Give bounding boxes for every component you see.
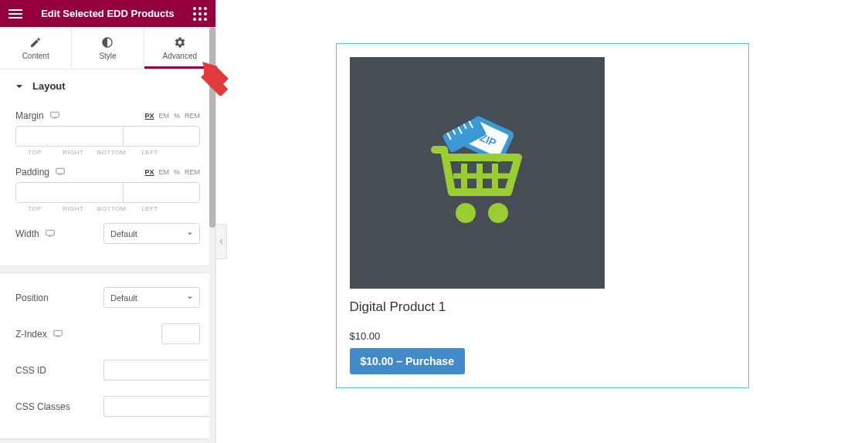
caret-down-icon — [187, 295, 193, 301]
svg-point-35 — [488, 203, 508, 223]
caret-down-icon — [187, 231, 193, 237]
cssid-input[interactable] — [103, 360, 215, 380]
unit-em[interactable]: EM — [158, 112, 169, 120]
gear-icon — [174, 36, 186, 49]
margin-inputs — [15, 126, 200, 147]
unit-px[interactable]: PX — [144, 112, 154, 120]
margin-label: Margin — [15, 110, 44, 121]
control-cssid: CSS ID — [15, 352, 200, 388]
desktop-icon[interactable] — [50, 110, 59, 121]
unit-em[interactable]: EM — [158, 168, 169, 176]
pencil-icon — [29, 36, 42, 49]
product-widget[interactable]: ZIP — [336, 43, 749, 388]
control-zindex: Z-Index — [15, 316, 200, 352]
margin-top-input[interactable] — [16, 127, 124, 146]
width-select[interactable]: Default — [103, 223, 200, 244]
scrollbar[interactable] — [209, 27, 215, 443]
svg-point-2 — [204, 7, 207, 10]
position-label: Position — [15, 293, 49, 303]
svg-point-34 — [456, 203, 476, 223]
caret-down-icon — [15, 83, 23, 90]
svg-rect-12 — [59, 174, 63, 175]
svg-point-4 — [198, 12, 202, 15]
control-margin: Margin PX EM % REM — [15, 103, 200, 159]
svg-point-6 — [193, 18, 196, 21]
apps-icon[interactable] — [191, 5, 209, 23]
padding-units: PX EM % REM — [144, 168, 200, 176]
menu-icon[interactable] — [6, 5, 25, 23]
padding-inputs — [15, 182, 200, 203]
svg-point-8 — [204, 18, 207, 21]
panel-body: Layout Margin PX EM % — [0, 69, 215, 443]
svg-rect-15 — [53, 330, 62, 336]
svg-rect-14 — [48, 235, 52, 236]
editor-sidebar: Edit Selected EDD Products Content Style… — [0, 0, 216, 443]
product-image: ZIP — [350, 57, 605, 289]
svg-point-7 — [198, 18, 202, 21]
contrast-icon — [101, 36, 114, 49]
svg-rect-16 — [56, 336, 59, 336]
panel-title: Edit Selected EDD Products — [25, 8, 191, 19]
tab-advanced[interactable]: Advanced — [144, 27, 215, 69]
section-layout: Layout Margin PX EM % — [0, 69, 215, 439]
width-label: Width — [15, 228, 39, 239]
svg-point-0 — [193, 7, 196, 10]
padding-label: Padding — [15, 167, 49, 178]
collapse-panel-button[interactable] — [216, 224, 227, 259]
margin-right-input[interactable] — [124, 127, 200, 146]
cssid-label: CSS ID — [15, 365, 46, 376]
zindex-label: Z-Index — [15, 329, 47, 340]
svg-point-1 — [198, 7, 202, 10]
control-padding: Padding PX EM % REM — [15, 159, 200, 215]
product-price: $10.00 — [350, 330, 735, 342]
product-title: Digital Product 1 — [350, 299, 735, 315]
margin-units: PX EM % REM — [144, 112, 200, 120]
desktop-icon[interactable] — [53, 329, 63, 340]
unit-rem[interactable]: REM — [185, 168, 200, 176]
svg-point-3 — [193, 12, 196, 15]
tab-style[interactable]: Style — [72, 27, 144, 69]
unit-px[interactable]: PX — [144, 168, 154, 176]
unit-rem[interactable]: REM — [185, 112, 200, 120]
padding-right-input[interactable] — [124, 183, 200, 202]
desktop-icon[interactable] — [46, 228, 55, 239]
preview-canvas: ZIP — [216, 0, 868, 443]
svg-rect-11 — [56, 168, 65, 174]
svg-rect-13 — [46, 230, 54, 235]
control-width: Width Default — [15, 215, 200, 252]
desktop-icon[interactable] — [56, 167, 65, 178]
svg-point-5 — [204, 12, 207, 15]
unit-pct[interactable]: % — [174, 112, 180, 120]
position-select[interactable]: Default — [103, 287, 200, 308]
zindex-input[interactable] — [161, 323, 200, 344]
control-cssclasses: CSS Classes — [15, 388, 200, 424]
panel-header: Edit Selected EDD Products — [0, 0, 215, 27]
cssclasses-input[interactable] — [103, 396, 215, 417]
tab-content[interactable]: Content — [0, 27, 72, 69]
cssclasses-label: CSS Classes — [15, 401, 70, 412]
section-header-layout[interactable]: Layout — [0, 69, 215, 103]
purchase-button[interactable]: $10.00 – Purchase — [350, 348, 465, 374]
editor-tabs: Content Style Advanced — [0, 27, 215, 69]
unit-pct[interactable]: % — [174, 168, 180, 176]
svg-rect-9 — [50, 112, 59, 117]
svg-rect-10 — [53, 118, 56, 119]
control-position: Position Default — [15, 279, 200, 316]
padding-top-input[interactable] — [16, 183, 124, 202]
